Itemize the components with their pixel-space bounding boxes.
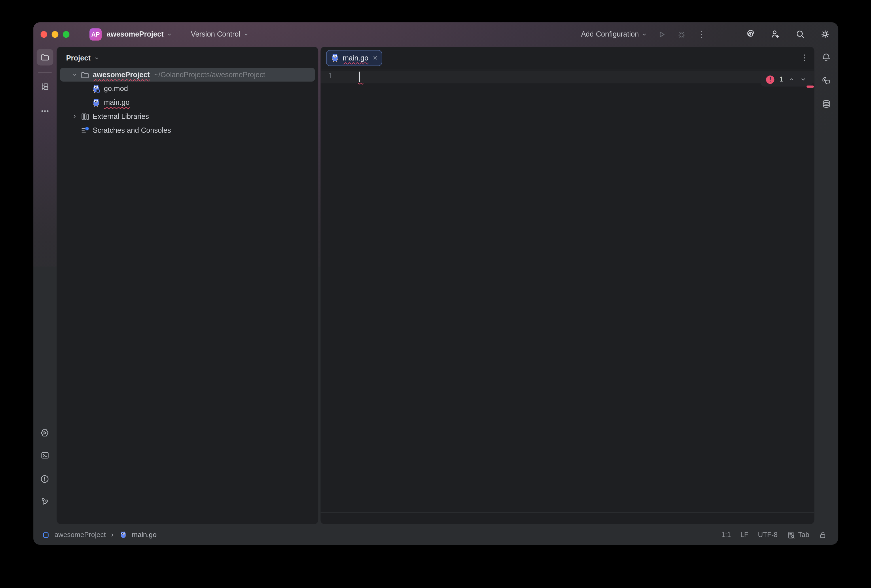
chevron-expanded-icon[interactable] <box>69 72 80 78</box>
go-mod-file-icon <box>91 84 100 93</box>
line-separator-widget[interactable]: LF <box>740 531 748 539</box>
titlebar-actions: Add Configuration ⋮ <box>581 27 832 40</box>
tree-row-external-libraries[interactable]: External Libraries <box>60 109 315 123</box>
zoom-window-button[interactable] <box>63 31 69 37</box>
previous-error-icon[interactable] <box>788 76 795 83</box>
more-tool-windows-icon[interactable] <box>36 103 53 120</box>
inspection-widget[interactable]: ! 1 <box>760 72 812 87</box>
project-widget-label: awesomeProject <box>106 30 164 38</box>
go-file-icon <box>330 53 339 62</box>
indent-style-icon <box>787 531 795 539</box>
module-icon <box>42 531 50 539</box>
libraries-icon <box>80 112 90 121</box>
editor-gutter: 1 <box>320 69 358 513</box>
scratches-icon <box>80 126 90 135</box>
breadcrumb-file[interactable]: main.go <box>132 531 157 539</box>
database-icon[interactable] <box>818 96 835 112</box>
run-configuration-label: Add Configuration <box>581 30 639 38</box>
chevron-right-icon <box>110 533 115 537</box>
editor-tab-main-go[interactable]: main.go × <box>326 50 383 66</box>
editor-body[interactable]: 1 ! 1 <box>320 69 814 513</box>
next-error-icon[interactable] <box>800 76 807 83</box>
tree-scratches-label: Scratches and Consoles <box>93 126 171 135</box>
run-icon[interactable] <box>655 27 668 40</box>
folder-icon <box>80 70 90 79</box>
problems-tool-window-button[interactable] <box>36 470 53 487</box>
project-panel-header[interactable]: Project <box>57 46 318 68</box>
run-configuration-selector[interactable]: Add Configuration <box>581 30 647 38</box>
debug-icon[interactable] <box>675 27 688 40</box>
more-actions-icon[interactable]: ⋮ <box>695 27 708 40</box>
search-icon[interactable] <box>793 27 807 40</box>
editor-tab-label: main.go <box>343 54 368 62</box>
status-bar: awesomeProject main.go <box>33 525 838 545</box>
tree-go-mod-label: go.mod <box>104 84 128 93</box>
editor-options-icon[interactable]: ⋮ <box>801 46 809 69</box>
chevron-down-icon <box>166 31 172 37</box>
breadcrumb-project[interactable]: awesomeProject <box>54 531 106 539</box>
breadcrumb: awesomeProject main.go <box>42 531 157 539</box>
project-badge[interactable]: AP <box>89 28 102 40</box>
project-tool-window: Project awesomeProject ~/GolandProjects/… <box>57 46 318 524</box>
titlebar: AP awesomeProject Version Control Add Co… <box>33 22 838 46</box>
chevron-collapsed-icon[interactable] <box>69 113 80 119</box>
go-file-icon <box>120 531 127 539</box>
add-user-icon[interactable] <box>768 27 781 40</box>
project-widget-button[interactable]: awesomeProject <box>106 30 172 38</box>
tree-row-root[interactable]: awesomeProject ~/GolandProjects/awesomeP… <box>60 68 315 81</box>
chevron-down-icon <box>243 31 248 37</box>
right-tool-strip <box>814 46 838 525</box>
editor-tab-bar: main.go × ⋮ <box>320 46 814 69</box>
minimize-window-button[interactable] <box>52 31 58 37</box>
editor-area: main.go × ⋮ 1 ! 1 <box>320 46 814 524</box>
error-stripe-mark[interactable] <box>807 85 814 88</box>
error-count: 1 <box>780 75 783 83</box>
indent-widget[interactable]: Tab <box>787 531 809 539</box>
text-caret <box>359 72 360 82</box>
chevron-down-icon <box>94 55 99 61</box>
ai-assistant-icon[interactable] <box>742 27 756 40</box>
tree-external-libraries-label: External Libraries <box>93 112 149 121</box>
tree-root-label: awesomeProject <box>93 70 150 79</box>
tree-root-path: ~/GolandProjects/awesomeProject <box>154 70 265 79</box>
services-tool-window-button[interactable] <box>36 424 53 441</box>
error-badge-icon: ! <box>766 75 775 84</box>
current-line-highlight <box>320 70 814 83</box>
tree-main-go-label: main.go <box>104 98 130 106</box>
caret-position-widget[interactable]: 1:1 <box>721 531 731 539</box>
go-file-icon <box>91 97 100 107</box>
tree-row-go-mod[interactable]: go.mod <box>60 81 315 95</box>
ide-window: AP awesomeProject Version Control Add Co… <box>33 22 838 545</box>
line-number: 1 <box>328 72 333 80</box>
desktop: AP awesomeProject Version Control Add Co… <box>0 0 871 588</box>
close-window-button[interactable] <box>40 31 47 37</box>
encoding-widget[interactable]: UTF-8 <box>758 531 777 539</box>
commit-tool-window-button[interactable] <box>36 78 53 95</box>
traffic-lights <box>40 31 69 37</box>
notifications-bell-icon[interactable] <box>818 49 835 66</box>
vcs-widget-button[interactable]: Version Control <box>191 30 248 38</box>
settings-gear-icon[interactable] <box>818 27 832 40</box>
strip-divider <box>38 72 51 73</box>
project-tool-window-button[interactable] <box>36 49 53 66</box>
ai-chat-icon[interactable] <box>818 72 835 89</box>
chevron-down-icon <box>641 31 647 37</box>
tree-row-main-go[interactable]: main.go <box>60 96 315 109</box>
git-tool-window-button[interactable] <box>36 493 53 510</box>
error-squiggle <box>358 83 364 85</box>
indent-label: Tab <box>798 531 810 539</box>
left-tool-strip <box>33 46 56 525</box>
project-badge-label: AP <box>91 31 100 37</box>
unlocked-icon[interactable] <box>819 531 827 539</box>
tree-row-scratches[interactable]: Scratches and Consoles <box>60 123 315 137</box>
project-panel-title: Project <box>66 54 90 62</box>
close-tab-icon[interactable]: × <box>373 54 378 61</box>
vcs-widget-label: Version Control <box>191 30 240 38</box>
editor-bottom-gutter <box>320 512 814 524</box>
terminal-tool-window-button[interactable] <box>36 447 53 464</box>
status-bar-widgets: 1:1 LF UTF-8 Tab <box>721 531 827 539</box>
